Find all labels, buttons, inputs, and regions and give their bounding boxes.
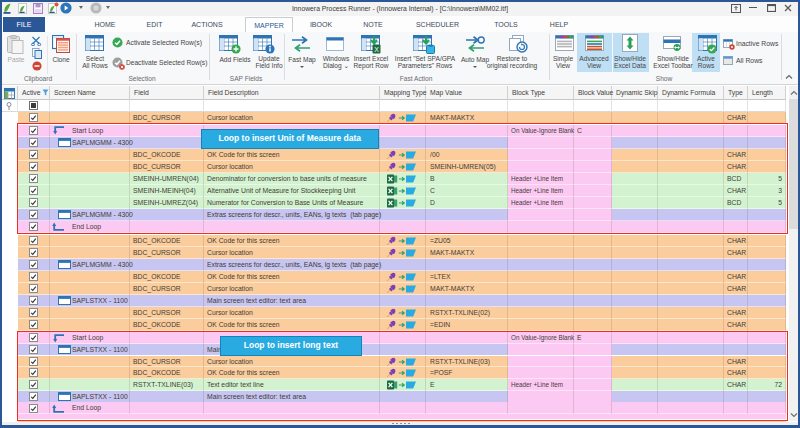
svg-text:X: X <box>374 46 379 53</box>
